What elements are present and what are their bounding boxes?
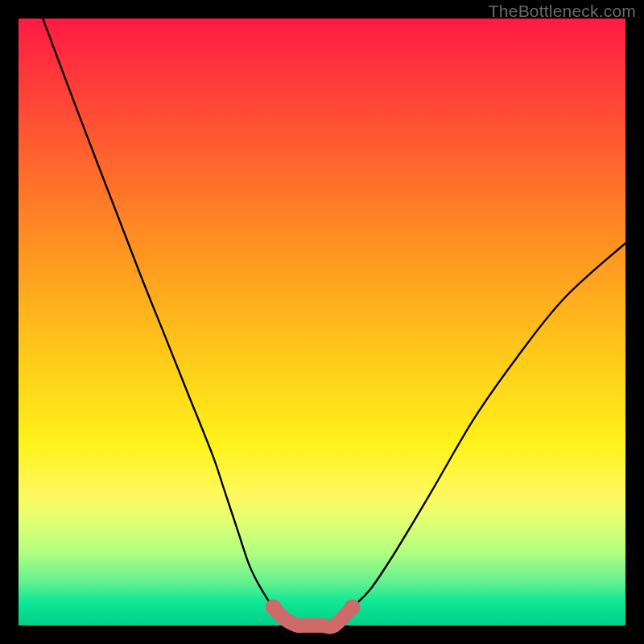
trough-endpoint-dot: [345, 599, 361, 615]
trough-endpoint-dot: [266, 599, 282, 615]
bottleneck-curve: [43, 19, 625, 627]
main-curve-path: [43, 19, 625, 627]
chart-frame: TheBottleneck.com: [0, 0, 644, 644]
curve-layer: [19, 19, 625, 625]
trough-highlight: [266, 599, 361, 626]
watermark-text: TheBottleneck.com: [489, 2, 636, 21]
plot-area: [19, 19, 625, 625]
trough-highlight-path: [274, 607, 353, 626]
